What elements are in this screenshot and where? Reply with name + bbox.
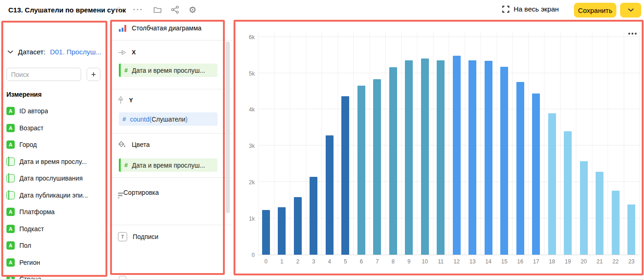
- chevron-down-icon[interactable]: [7, 50, 13, 54]
- bar-hour-22[interactable]: [612, 191, 620, 255]
- field-list-item[interactable]: AID автора: [6, 103, 105, 120]
- x-axis-tick: 7: [369, 258, 386, 265]
- bar-hour-18[interactable]: [548, 113, 556, 255]
- bar-hour-1[interactable]: [278, 207, 286, 255]
- x-axis-tick: 11: [433, 258, 449, 265]
- field-list-item[interactable]: Дата публикации эпи...: [6, 187, 105, 204]
- field-chip-colors[interactable]: #Дата и время прослуш...: [119, 158, 217, 172]
- y-axis-tick: 6k: [236, 34, 255, 41]
- chevron-down-icon: [628, 8, 634, 12]
- bar-hour-0[interactable]: [262, 210, 270, 255]
- bar-hour-20[interactable]: [580, 161, 588, 255]
- formula-prefix: countd(: [130, 116, 152, 123]
- string-field-icon: A: [6, 107, 15, 115]
- x-axis-tick: 17: [528, 258, 544, 265]
- bar-hour-7[interactable]: [373, 79, 381, 255]
- field-label: ID автора: [19, 107, 48, 115]
- datalens-chart-editor: C13. Слушатели по времени суток ☆ ··· ⚙ …: [0, 0, 644, 280]
- bar-hour-13[interactable]: [468, 60, 476, 255]
- x-axis-tick: 12: [449, 258, 465, 265]
- section-divider: [109, 89, 232, 89]
- y-axis-tick: 2k: [236, 179, 255, 186]
- fields-list: AID автораAВозрастAГородДата и время про…: [6, 103, 105, 280]
- field-label: Возраст: [19, 124, 43, 132]
- field-list-item[interactable]: AВозраст: [6, 120, 105, 137]
- field-label: Регион: [19, 259, 40, 266]
- middle-panel-scrollbar[interactable]: [226, 41, 230, 213]
- bar-hour-19[interactable]: [564, 131, 572, 255]
- section-divider: [109, 177, 232, 178]
- field-chip-y[interactable]: #countd(Слушатели): [119, 112, 217, 126]
- bar-hour-11[interactable]: [437, 60, 445, 255]
- field-list-item[interactable]: AГород: [6, 136, 105, 153]
- field-chip-x[interactable]: #Дата и время прослуш...: [119, 64, 217, 77]
- bar-hour-23[interactable]: [627, 204, 635, 255]
- x-axis-tick: 18: [544, 258, 560, 265]
- gear-icon[interactable]: ⚙: [187, 4, 198, 15]
- field-label: Подкаст: [19, 225, 44, 233]
- hash-icon: #: [124, 67, 128, 74]
- x-axis-tick: 15: [497, 258, 513, 265]
- y-axis-tick: 0: [236, 252, 255, 258]
- share-icon[interactable]: [170, 4, 181, 15]
- bar-hour-15[interactable]: [500, 67, 508, 255]
- field-label: Дата прослушивания: [19, 175, 82, 182]
- bar-hour-2[interactable]: [294, 197, 302, 255]
- field-label: Дата и время прослу...: [19, 158, 87, 165]
- chart-area: 01k2k3k4k5k6k 01234567891011121314151617…: [232, 20, 644, 279]
- more-ellipsis-icon[interactable]: ···: [133, 4, 144, 15]
- text-icon: T: [118, 232, 127, 241]
- x-axis-tick: 20: [576, 258, 592, 265]
- section-divider: [109, 225, 232, 225]
- formula-field: Слушатели: [152, 116, 186, 123]
- field-list-item[interactable]: Дата и время прослу...: [6, 153, 105, 170]
- bar-hour-8[interactable]: [389, 67, 397, 255]
- string-field-icon: A: [6, 140, 15, 149]
- dataset-link[interactable]: D01. Прослуш...: [50, 48, 102, 56]
- field-list-item[interactable]: Дата прослушивания: [6, 170, 105, 187]
- save-more-button[interactable]: [620, 3, 641, 18]
- formula-suffix: ): [186, 116, 188, 123]
- x-axis-tick: 10: [417, 258, 433, 265]
- string-field-icon: A: [6, 124, 15, 132]
- bar-hour-5[interactable]: [341, 96, 349, 255]
- bar-hour-14[interactable]: [485, 61, 492, 255]
- bar-hour-10[interactable]: [421, 58, 429, 255]
- bar-hour-17[interactable]: [532, 93, 540, 255]
- folder-icon[interactable]: [152, 4, 163, 15]
- x-axis-tick: 0: [258, 258, 274, 265]
- section-label: Y: [129, 97, 133, 104]
- field-label: Платформа: [19, 208, 55, 216]
- bar-chart-plot: [258, 32, 639, 255]
- bar-hour-6[interactable]: [357, 86, 365, 255]
- bar-hour-4[interactable]: [326, 135, 334, 255]
- section-y: Y: [118, 96, 133, 104]
- bar-hour-9[interactable]: [405, 60, 413, 255]
- chart-type-label: Столбчатая диаграмма: [132, 24, 201, 32]
- top-bar: C13. Слушатели по времени суток ☆ ··· ⚙ …: [0, 0, 644, 20]
- bar-hour-3[interactable]: [310, 177, 317, 255]
- section-x: X: [118, 49, 136, 56]
- fullscreen-button[interactable]: На весь экран: [502, 5, 559, 13]
- search-input[interactable]: [6, 68, 81, 81]
- field-list-item[interactable]: AРегион: [6, 254, 105, 271]
- field-list-item[interactable]: AПлатформа: [6, 204, 105, 221]
- y-axis-tick: 5k: [236, 70, 255, 77]
- add-field-button[interactable]: +: [87, 68, 100, 81]
- field-list-item[interactable]: AСтрана: [6, 271, 105, 280]
- save-button[interactable]: Сохранить: [574, 3, 616, 18]
- string-field-icon: A: [6, 258, 15, 267]
- string-field-icon: A: [6, 241, 15, 250]
- chart-type-selector[interactable]: Столбчатая диаграмма: [119, 24, 201, 32]
- bar-hour-21[interactable]: [596, 172, 603, 255]
- bar-hour-16[interactable]: [516, 82, 524, 255]
- field-list-item[interactable]: AПол: [6, 237, 105, 254]
- x-axis-tick: 6: [353, 258, 369, 265]
- next-section-icon: [119, 276, 126, 280]
- field-label: Дата публикации эпи...: [19, 192, 88, 199]
- star-icon[interactable]: ☆: [113, 4, 124, 15]
- paint-bucket-icon: [118, 141, 126, 148]
- field-list-item[interactable]: AПодкаст: [6, 221, 105, 238]
- y-axis-tick: 4k: [236, 106, 255, 113]
- bar-hour-12[interactable]: [453, 56, 461, 255]
